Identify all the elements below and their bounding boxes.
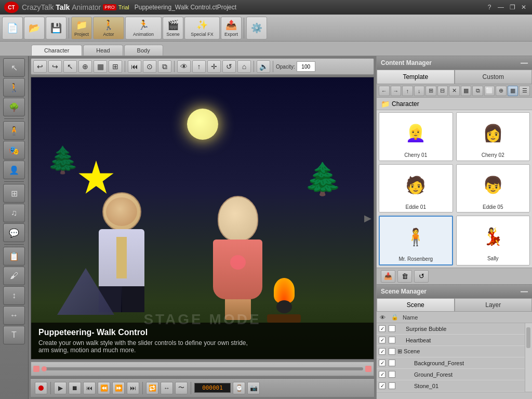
scene-button[interactable]: 🎬 Scene: [163, 17, 183, 39]
up-button[interactable]: ↑: [192, 60, 206, 73]
tab-character[interactable]: Character: [31, 45, 82, 56]
cm-btn-9[interactable]: ⧉: [472, 86, 483, 96]
scrollbar-thumb[interactable]: [526, 327, 530, 348]
loop-button[interactable]: ⊙: [143, 60, 156, 73]
wave-button[interactable]: 〜: [175, 382, 188, 394]
reset-button[interactable]: ↺: [222, 60, 236, 73]
cm-btn-4[interactable]: ↓: [414, 86, 425, 96]
move-button[interactable]: ✛: [207, 60, 221, 73]
walk-tool[interactable]: 🧍: [3, 121, 25, 140]
specialfx-button[interactable]: ✨ Special FX: [184, 17, 220, 39]
record-button[interactable]: [35, 382, 47, 394]
text-tool[interactable]: T: [3, 326, 25, 344]
scene-lock-3[interactable]: [389, 360, 395, 366]
export-button[interactable]: 📤 Export: [221, 17, 242, 39]
scene-lock-1[interactable]: [389, 337, 395, 343]
scene-lock-5[interactable]: [389, 382, 395, 389]
brush-tool[interactable]: 🖌: [3, 267, 25, 285]
cm-import-button[interactable]: 📥: [381, 270, 395, 283]
eye-button[interactable]: 👁: [177, 60, 191, 73]
tab-scene[interactable]: Scene: [377, 298, 455, 312]
scene-manager-collapse[interactable]: —: [521, 287, 528, 296]
male-character[interactable]: [99, 192, 144, 312]
project-button[interactable]: 📁 Project: [71, 17, 92, 39]
tab-template[interactable]: Template: [377, 70, 455, 84]
scene-cb-2[interactable]: ✓: [379, 348, 385, 355]
timeline-slider[interactable]: [42, 367, 363, 370]
timeline-marker[interactable]: [33, 366, 39, 372]
close-button[interactable]: ✕: [520, 3, 528, 11]
scene-cb-0[interactable]: ✓: [379, 325, 385, 332]
cm-btn-6[interactable]: ⊟: [437, 86, 448, 96]
opacity-input[interactable]: [297, 61, 315, 72]
transform-button[interactable]: ⊕: [78, 60, 92, 73]
scene-lock-2[interactable]: [389, 348, 395, 355]
copy-button[interactable]: ⧉: [158, 60, 171, 73]
begin-button[interactable]: ⏮: [83, 382, 96, 394]
new-button[interactable]: 📄: [2, 17, 23, 39]
cm-btn-11[interactable]: ⊕: [496, 86, 507, 96]
scene-item-4[interactable]: ✓ Ground_Forest: [377, 369, 525, 380]
cm-btn-10[interactable]: ⬜: [484, 86, 495, 96]
person-tool[interactable]: 🚶: [3, 78, 25, 97]
open-button[interactable]: 📂: [24, 17, 45, 39]
home-button[interactable]: ⌂: [237, 60, 251, 73]
tab-layer[interactable]: Layer: [455, 298, 533, 312]
scene-item-1[interactable]: ✓ Heartbeat: [377, 335, 525, 346]
prev-button[interactable]: ⏪: [98, 382, 110, 394]
person2-tool[interactable]: 👤: [3, 161, 25, 179]
tab-head[interactable]: Head: [83, 45, 123, 56]
redo-button[interactable]: ↪: [48, 60, 62, 73]
scene-item-5[interactable]: ✓ Stone_01: [377, 380, 525, 392]
paint-button[interactable]: ▦: [94, 60, 107, 73]
bounce-button[interactable]: ↔: [161, 382, 173, 394]
tab-body[interactable]: Body: [124, 45, 163, 56]
cm-btn-3[interactable]: ↑: [402, 86, 413, 96]
help-button[interactable]: ?: [485, 3, 494, 11]
animation-button[interactable]: 🏃 Animation: [125, 17, 162, 39]
cm-btn-7[interactable]: ✕: [449, 86, 460, 96]
minimize-button[interactable]: —: [497, 3, 505, 11]
scene-cb-3[interactable]: ✓: [379, 360, 385, 366]
tree-tool[interactable]: 🌳: [3, 98, 25, 116]
content-manager-collapse[interactable]: —: [521, 59, 528, 67]
select-tool[interactable]: ↖: [3, 58, 25, 77]
next-button[interactable]: ⏩: [112, 382, 125, 394]
select-button[interactable]: ↖: [63, 60, 77, 73]
document-tool[interactable]: 📋: [3, 247, 25, 265]
timeline-end-marker[interactable]: [365, 366, 371, 372]
pointer-tool[interactable]: ↕: [3, 286, 25, 305]
scene-tool[interactable]: 🎭: [3, 141, 25, 159]
scene-cb-4[interactable]: ✓: [379, 371, 385, 378]
cm-btn-12[interactable]: ▦: [508, 86, 518, 96]
scene-cb-1[interactable]: ✓: [379, 337, 385, 343]
end-button[interactable]: ⏭: [127, 382, 139, 394]
char-card-2[interactable]: 🧑 Eddie 01: [379, 164, 453, 213]
cm-refresh-button[interactable]: ↺: [414, 270, 429, 283]
cm-btn-5[interactable]: ⊞: [425, 86, 436, 96]
tab-custom[interactable]: Custom: [455, 70, 533, 84]
prev-frame-button[interactable]: ⏮: [128, 60, 141, 73]
cm-btn-8[interactable]: ▦: [461, 86, 472, 96]
save-button[interactable]: 💾: [46, 17, 66, 39]
scene-scrollbar[interactable]: [525, 323, 532, 392]
maximize-button[interactable]: ❐: [508, 3, 516, 11]
cm-btn-13[interactable]: ☰: [519, 86, 530, 96]
actor-button[interactable]: 🚶 Actor: [93, 17, 124, 39]
camera-button[interactable]: 📷: [247, 382, 260, 394]
scene-item-2[interactable]: ✓ ⊞ Scene: [377, 346, 525, 357]
loop-button[interactable]: 🔁: [146, 382, 158, 394]
cm-delete-button[interactable]: 🗑: [397, 270, 412, 283]
scene-lock-0[interactable]: [389, 325, 395, 332]
female-character[interactable]: [213, 196, 262, 320]
stage-expand-arrow[interactable]: ▶: [364, 212, 371, 224]
char-card-5[interactable]: 💃 Sally: [456, 216, 530, 265]
play-button[interactable]: ▶: [54, 382, 66, 394]
scene-item-3[interactable]: ✓ Background_Forest: [377, 357, 525, 369]
stop-button[interactable]: ⏹: [69, 382, 81, 394]
char-card-4[interactable]: 🧍 Mr. Rosenberg: [379, 216, 453, 265]
undo-button[interactable]: ↩: [33, 60, 47, 73]
cm-btn-2[interactable]: →: [391, 86, 402, 96]
scene-item-0[interactable]: ✓ Surprise Bubble: [377, 323, 525, 335]
chat-tool[interactable]: 💬: [3, 223, 25, 242]
